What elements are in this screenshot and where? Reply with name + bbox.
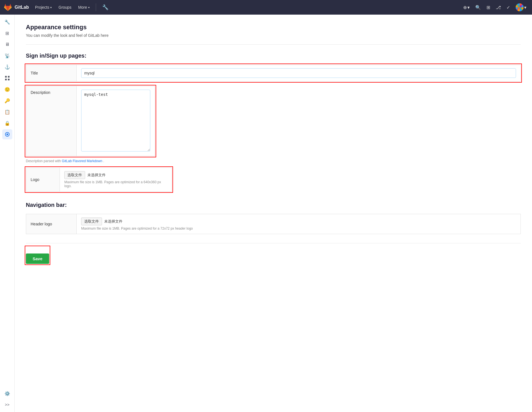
sidebar-item-users[interactable]: 🙂 [2,84,12,94]
more-nav-link[interactable]: More ▾ [75,3,92,11]
sidebar-item-grid[interactable] [2,73,12,83]
merge-request-icon: ⎇ [496,5,501,10]
logo-file-hint: Maximum file size is 1MB. Pages are opti… [64,180,167,188]
gitlab-logo-area[interactable]: GitLab [3,3,29,12]
logo-row: Logo 选取文件 未选择文件 Maximum file size is 1MB… [26,168,172,192]
projects-nav-link[interactable]: Projects ▾ [32,3,55,11]
search-icon: 🔍 [475,5,481,10]
sidebar-item-wrench[interactable]: 🔧 [2,17,12,27]
title-input-cell [77,65,521,82]
sidebar-item-dashboard[interactable]: ⊞ [2,28,12,38]
user-avatar-button[interactable]: ▾ [513,2,529,13]
logo-file-button[interactable]: 选取文件 [64,171,85,179]
svg-rect-10 [520,7,522,9]
avatar-image [516,3,524,11]
save-button-highlight: Save [26,247,49,264]
nav-bar-section: Navigation bar: Header logo 选取文件 未选择文件 M… [26,202,521,234]
svg-rect-3 [522,3,524,5]
header-logo-no-file-text: 未选择文件 [104,219,122,224]
header-logo-input-cell: 选取文件 未选择文件 Maximum file size is 1MB. Pag… [77,214,521,234]
projects-chevron-icon: ▾ [50,6,52,9]
logo-file-area: 选取文件 未选择文件 [64,171,167,179]
page-subtitle: You can modify the look and feel of GitL… [26,33,521,38]
svg-point-21 [6,133,8,135]
svg-rect-7 [522,5,524,7]
svg-rect-4 [516,5,518,7]
appearance-icon [5,132,10,137]
description-input-cell: mysql-test [77,86,155,156]
logo-form-table: Logo 选取文件 未选择文件 Maximum file size is 1MB… [26,167,172,192]
sidebar-expand-button[interactable]: >> [2,400,12,410]
svg-rect-15 [522,9,524,11]
description-label-cell: Description [26,86,77,156]
header-logo-file-area: 选取文件 未选择文件 [81,218,516,225]
sidebar-item-keys[interactable]: 🔑 [2,96,12,106]
svg-rect-8 [516,7,518,9]
nav-bar-title: Navigation bar: [26,202,521,208]
header-logo-file-button[interactable]: 选取文件 [81,218,102,225]
svg-rect-6 [520,5,522,7]
svg-rect-1 [518,3,520,5]
nav-bar-form-table: Header logo 选取文件 未选择文件 Maximum file size… [26,214,521,234]
section-divider-top [26,44,521,45]
save-button[interactable]: Save [26,253,49,264]
sign-in-section-title: Sign in/Sign up pages: [26,53,521,59]
description-form-table: Description mysql-test [26,86,155,156]
toggle-sidebar-button[interactable]: ⊞ [484,3,492,12]
header-logo-row: Header logo 选取文件 未选择文件 Maximum file size… [26,214,521,234]
svg-rect-14 [520,9,522,11]
save-button-wrapper: Save [26,243,521,267]
more-chevron-icon: ▾ [88,6,90,9]
header-logo-label-cell: Header logo [26,214,77,234]
logo-row-highlight: Logo 选取文件 未选择文件 Maximum file size is 1MB… [26,167,172,192]
svg-rect-16 [5,76,7,78]
sign-in-form-table: Title [26,65,521,82]
sidebar-item-security[interactable]: 🔒 [2,118,12,128]
groups-nav-link[interactable]: Groups [56,3,74,11]
title-label-cell: Title [26,65,77,82]
svg-rect-11 [522,7,524,9]
logo-label-cell: Logo [26,168,60,192]
avatar-chevron-icon: ▾ [524,5,526,10]
svg-rect-18 [5,79,7,80]
sidebar-toggle-icon: ⊞ [486,5,490,10]
title-row-highlight: Title [26,65,521,82]
header-logo-hint: Maximum file size is 1MB. Pages are opti… [81,227,516,230]
todos-button[interactable]: ✓ [504,3,512,12]
grid-icon [5,76,10,81]
gitlab-logo-icon [3,3,12,12]
sidebar-item-settings[interactable]: ⚙️ [2,388,12,399]
sidebar-item-logs[interactable]: 📋 [2,107,12,117]
admin-wrench-icon[interactable]: 🔧 [99,3,111,12]
markdown-hint: Description parsed with GitLab Flavored … [26,159,521,163]
search-button[interactable]: 🔍 [473,3,483,12]
logo-no-file-text: 未选择文件 [87,173,106,178]
content-area: Appearance settings You can modify the l… [15,15,532,412]
description-row-highlight: Description mysql-test [26,86,155,156]
svg-rect-5 [518,5,520,7]
svg-rect-2 [520,3,522,5]
svg-rect-17 [8,76,10,78]
title-input[interactable] [81,68,516,78]
nav-divider [96,3,96,11]
description-textarea[interactable]: mysql-test [81,90,150,151]
svg-rect-12 [516,9,518,11]
sidebar-item-broadcast[interactable]: 📡 [2,51,12,61]
sidebar-item-monitor[interactable]: 🖥 [2,39,12,49]
top-navigation: GitLab Projects ▾ Groups More ▾ 🔧 ⊕ ▾ 🔍 … [0,0,532,15]
sidebar-item-anchor[interactable]: ⚓ [2,62,12,72]
title-row: Title [26,65,521,82]
svg-rect-0 [516,3,518,5]
markdown-link[interactable]: GitLab Flavored Markdown [62,159,102,163]
todo-icon: ✓ [506,5,510,10]
description-row: Description mysql-test [26,86,155,156]
svg-rect-13 [518,9,520,11]
svg-rect-9 [518,7,520,9]
create-new-button[interactable]: ⊕ ▾ [461,3,472,12]
sidebar-item-appearance[interactable] [2,129,12,139]
merge-requests-button[interactable]: ⎇ [494,3,503,12]
logo-input-cell: 选取文件 未选择文件 Maximum file size is 1MB. Pag… [60,168,172,192]
gitlab-wordmark: GitLab [15,5,29,10]
create-chevron-icon: ▾ [467,5,470,10]
avatar [516,3,524,11]
